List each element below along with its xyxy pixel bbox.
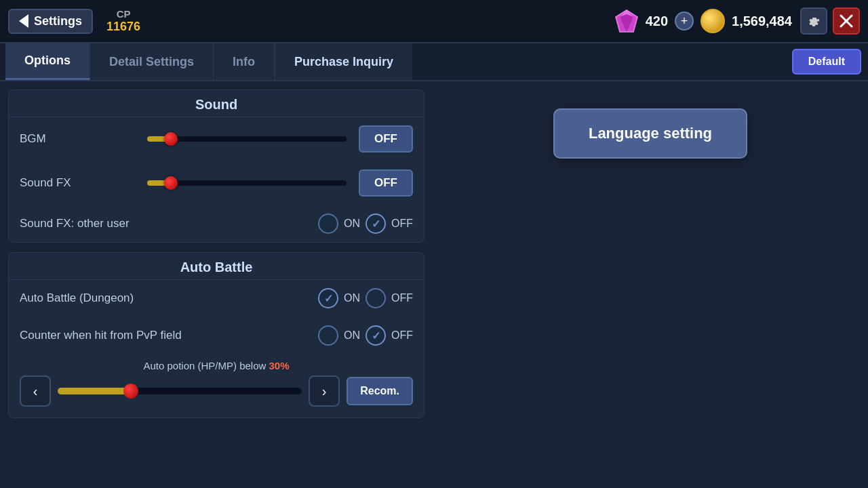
tab-purchase-inquiry[interactable]: Purchase Inquiry	[275, 43, 412, 80]
counter-pvp-row: Counter when hit from PvP field ON OFF	[9, 317, 424, 354]
soundfx-label: Sound FX	[20, 176, 135, 190]
potion-slider-thumb[interactable]	[123, 384, 138, 399]
gear-button[interactable]	[800, 7, 827, 35]
potion-recom-button[interactable]: Recom.	[347, 377, 413, 405]
gold-coin-icon	[701, 9, 725, 33]
cp-label: CP	[117, 8, 131, 20]
left-panel: Sound BGM OFF Sound FX OFF	[0, 81, 433, 488]
default-button[interactable]: Default	[792, 49, 861, 75]
close-button[interactable]	[833, 7, 860, 35]
counter-pvp-radio-group: ON OFF	[318, 325, 413, 346]
language-setting-button[interactable]: Language setting	[553, 108, 747, 159]
soundfx-other-off-radio[interactable]	[366, 214, 386, 234]
bgm-row: BGM OFF	[9, 117, 424, 161]
add-gems-button[interactable]: +	[675, 12, 694, 30]
sound-title: Sound	[9, 90, 424, 117]
back-arrow-icon	[19, 14, 28, 28]
top-bar: Settings CP 11676 420 + 1,569,484	[0, 0, 868, 43]
potion-decrease-button[interactable]: ‹	[20, 375, 51, 407]
bgm-slider[interactable]	[147, 136, 347, 142]
settings-title: Settings	[34, 14, 82, 28]
gem-icon	[614, 9, 639, 33]
tab-info[interactable]: Info	[214, 43, 275, 80]
potion-section: Auto potion (HP/MP) below 30% ‹ › Recom.	[9, 354, 424, 418]
soundfx-other-on-label: ON	[344, 218, 360, 230]
soundfx-other-radio-group: ON OFF	[318, 214, 413, 234]
autobattle-dungeon-radio-group: ON OFF	[318, 288, 413, 308]
counter-pvp-off-radio[interactable]	[366, 325, 386, 346]
bgm-slider-thumb[interactable]	[164, 132, 178, 146]
counter-pvp-label: Counter when hit from PvP field	[20, 329, 182, 342]
tab-detail-settings[interactable]: Detail Settings	[90, 43, 214, 80]
counter-pvp-on-label: ON	[344, 329, 360, 342]
autobattle-dungeon-off-radio[interactable]	[366, 288, 386, 308]
soundfx-other-off-label: OFF	[391, 218, 413, 230]
soundfx-other-row: Sound FX: other user ON OFF	[9, 205, 424, 242]
autobattle-dungeon-on-label: ON	[344, 292, 360, 304]
autobattle-section: Auto Battle Auto Battle (Dungeon) ON OFF…	[8, 252, 425, 418]
bgm-label: BGM	[20, 132, 135, 146]
autobattle-dungeon-row: Auto Battle (Dungeon) ON OFF	[9, 280, 424, 317]
sound-section: Sound BGM OFF Sound FX OFF	[8, 89, 425, 243]
autobattle-dungeon-off-label: OFF	[391, 292, 413, 304]
back-button[interactable]: Settings	[8, 9, 93, 34]
currency-section: 420 + 1,569,484	[614, 9, 792, 33]
gold-amount: 1,569,484	[732, 14, 792, 29]
soundfx-other-on-radio[interactable]	[318, 214, 338, 234]
bgm-toggle[interactable]: OFF	[359, 125, 413, 152]
soundfx-toggle[interactable]: OFF	[359, 169, 413, 197]
tab-bar: Options Detail Settings Info Purchase In…	[0, 43, 868, 81]
potion-label: Auto potion (HP/MP) below 30%	[20, 360, 413, 371]
counter-pvp-on-radio[interactable]	[318, 325, 338, 346]
soundfx-slider-thumb[interactable]	[164, 176, 178, 190]
tab-options[interactable]: Options	[5, 43, 90, 80]
soundfx-row: Sound FX OFF	[9, 161, 424, 205]
main-content: Sound BGM OFF Sound FX OFF	[0, 81, 868, 488]
soundfx-slider[interactable]	[147, 180, 347, 186]
autobattle-title: Auto Battle	[9, 253, 424, 280]
gem-amount: 420	[646, 14, 668, 29]
autobattle-dungeon-label: Auto Battle (Dungeon)	[20, 291, 135, 305]
potion-increase-button[interactable]: ›	[309, 375, 340, 407]
right-panel: Language setting	[433, 81, 868, 488]
autobattle-dungeon-on-radio[interactable]	[318, 288, 338, 308]
potion-slider[interactable]	[58, 388, 302, 394]
cp-value: 11676	[106, 20, 140, 34]
cp-section: CP 11676	[106, 8, 140, 34]
close-icon	[839, 14, 854, 28]
gear-icon	[806, 13, 822, 29]
potion-controls: ‹ › Recom.	[20, 375, 413, 407]
potion-slider-fill	[58, 388, 131, 394]
counter-pvp-off-label: OFF	[391, 329, 413, 342]
soundfx-other-label: Sound FX: other user	[20, 217, 135, 230]
